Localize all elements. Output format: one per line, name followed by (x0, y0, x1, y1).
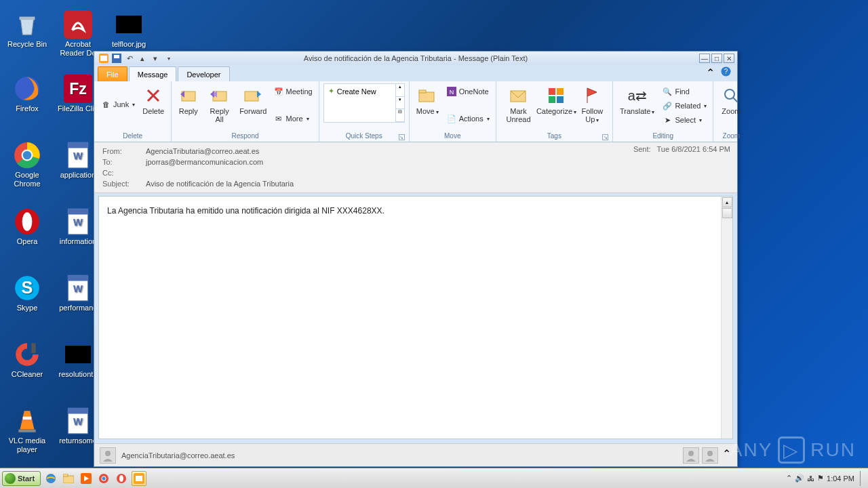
desktop-icon-recycle-bin[interactable]: Recycle Bin (3, 10, 51, 49)
translate-button[interactable]: a⇄Translate▾ (617, 83, 657, 117)
meeting-button[interactable]: 📅Meeting (271, 85, 315, 98)
svg-rect-23 (18, 430, 35, 432)
svg-rect-35 (245, 92, 258, 101)
onenote-button[interactable]: NOneNote (444, 85, 492, 98)
chrome-icon (13, 141, 41, 169)
taskbar-media-icon[interactable] (79, 471, 94, 486)
svg-text:Fz: Fz (69, 80, 87, 98)
delete-button[interactable]: Delete (140, 83, 167, 117)
group-quick-steps: Quick Steps↘ (323, 132, 405, 142)
scroll-up-icon[interactable]: ▴ (722, 197, 732, 207)
ribbon: 🗑Junk▾ Delete Delete Reply Reply All For… (94, 81, 737, 142)
svg-text:W: W (73, 150, 83, 161)
outlook-message-window: ↶ ▴ ▾ ▾ Aviso de notificación de la Agen… (94, 51, 738, 467)
next-icon[interactable]: ▾ (150, 53, 161, 64)
desktop-icon-telfloor-jpg[interactable]: telfloor.jpg (105, 10, 153, 49)
subject-value: Aviso de notificación de la Agencia Trib… (146, 179, 299, 188)
svg-point-7 (23, 151, 32, 160)
help-icon[interactable]: ? (721, 66, 732, 77)
qat-more-icon[interactable]: ▾ (163, 53, 174, 64)
filezilla-icon: Fz (64, 75, 92, 103)
firefox-icon (13, 75, 41, 103)
svg-rect-43 (549, 96, 555, 103)
to-label: To: (102, 157, 144, 167)
svg-point-49 (707, 451, 713, 456)
quick-steps-gallery[interactable]: ✦Create New ▴▾⊟ (323, 83, 405, 123)
zoom-button[interactable]: Zoom (717, 83, 745, 117)
tray-network-icon[interactable]: 🖧 (807, 474, 814, 483)
people-pane: AgenciaTributaria@correo.aeat.es ⌃ (94, 443, 737, 466)
tab-message[interactable]: Message (129, 66, 177, 81)
taskbar: Start ⌃ 🔊 🖧 ⚑ 1:04 PM (0, 468, 868, 488)
tray-expand-icon[interactable]: ⌃ (786, 474, 792, 483)
scrollbar[interactable]: ▴ (721, 197, 732, 439)
svg-text:?: ? (724, 68, 728, 75)
forward-button[interactable]: Forward (238, 83, 269, 117)
doc-icon: W (64, 407, 92, 435)
reply-button[interactable]: Reply (176, 83, 201, 117)
scroll-thumb[interactable] (722, 208, 732, 218)
mark-unread-button[interactable]: Mark Unread (500, 83, 537, 125)
expand-pane-icon[interactable]: ⌃ (721, 447, 732, 464)
message-body[interactable]: La Agencia Tributaria ha emitido una not… (98, 196, 733, 439)
titlebar: ↶ ▴ ▾ ▾ Aviso de notificación de la Agen… (94, 52, 737, 65)
skype-icon: S (13, 274, 41, 302)
tray-flag-icon[interactable]: ⚑ (817, 474, 824, 483)
move-button[interactable]: Move▾ (414, 83, 441, 117)
minimize-button[interactable]: — (699, 54, 710, 63)
desktop-icon-acrobat-reader-de[interactable]: Acrobat Reader De (54, 10, 102, 57)
taskbar-chrome-icon[interactable] (96, 471, 111, 486)
desktop-icon-ccleaner[interactable]: CCleaner (3, 340, 51, 379)
taskbar-clock[interactable]: 1:04 PM (827, 474, 854, 483)
desktop-icon-vlc-media-player[interactable]: VLC media player (3, 407, 51, 453)
related-button[interactable]: 🔗Related▾ (660, 99, 709, 113)
taskbar-ie-icon[interactable] (43, 471, 58, 486)
dialog-launcher-icon[interactable]: ↘ (602, 134, 608, 140)
svg-text:S: S (22, 278, 33, 297)
select-button[interactable]: ➤Select▾ (660, 113, 709, 127)
cc-label: Cc: (102, 168, 144, 178)
actions-button[interactable]: 📄Actions▾ (444, 112, 492, 125)
more-button[interactable]: ✉More▾ (271, 112, 315, 125)
categorize-button[interactable]: Categorize▾ (539, 83, 573, 117)
find-button[interactable]: 🔍Find (660, 85, 709, 98)
svg-text:W: W (73, 416, 83, 427)
undo-icon[interactable]: ↶ (124, 53, 135, 64)
follow-up-button[interactable]: Follow Up▾ (576, 83, 608, 125)
maximize-button[interactable]: □ (711, 54, 722, 63)
reply-all-button[interactable]: Reply All (203, 83, 235, 125)
dialog-launcher-icon[interactable]: ↘ (399, 134, 405, 140)
gallery-down-icon[interactable]: ▾ (396, 97, 404, 110)
tab-file[interactable]: File (98, 66, 127, 81)
desktop-icon-skype[interactable]: SSkype (3, 274, 51, 312)
desktop-icon-opera[interactable]: Opera (3, 207, 51, 246)
prev-icon[interactable]: ▴ (137, 53, 148, 64)
save-icon[interactable] (111, 53, 122, 64)
show-desktop-button[interactable] (860, 471, 865, 486)
group-move: Move (414, 132, 492, 142)
svg-rect-14 (68, 209, 87, 214)
collapse-ribbon-icon[interactable]: ⌃ (706, 66, 717, 77)
view-icon[interactable] (702, 447, 718, 464)
doc-icon: W (64, 141, 92, 169)
gallery-up-icon[interactable]: ▴ (396, 84, 404, 97)
taskbar-outlook-icon[interactable] (132, 471, 146, 486)
desktop-icon-google-chrome[interactable]: Google Chrome (3, 141, 51, 188)
svg-rect-1 (64, 10, 92, 39)
gallery-more-icon[interactable]: ⊟ (396, 109, 404, 122)
start-button[interactable]: Start (2, 471, 41, 486)
doc-icon: W (64, 207, 92, 236)
junk-button[interactable]: 🗑Junk▾ (98, 98, 137, 111)
bin-icon (13, 10, 41, 39)
desktop-icon-firefox[interactable]: Firefox (3, 75, 51, 113)
taskbar-opera-icon[interactable] (114, 471, 129, 486)
view-icon[interactable] (683, 447, 699, 464)
taskbar-explorer-icon[interactable] (61, 471, 76, 486)
tab-developer[interactable]: Developer (178, 66, 229, 81)
close-button[interactable]: ✕ (724, 54, 734, 63)
group-delete: Delete (98, 132, 167, 142)
tray-volume-icon[interactable]: 🔊 (795, 474, 804, 483)
svg-rect-0 (20, 17, 35, 20)
svg-rect-52 (63, 474, 68, 476)
svg-point-12 (22, 212, 33, 230)
